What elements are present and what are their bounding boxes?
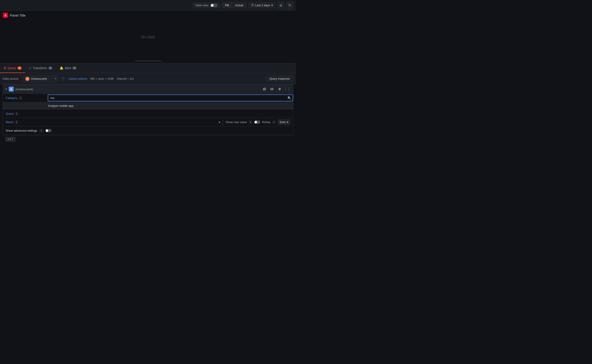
category-info-icon[interactable]: ℹ <box>19 96 22 100</box>
time-range-label: Last 2 days <box>255 4 270 7</box>
metric-info-icon[interactable]: ℹ <box>15 120 18 124</box>
query-tab-label: Query <box>8 66 16 70</box>
more-options-button[interactable]: ⋮⋮ <box>284 86 290 92</box>
metric-label-group: Metric ℹ <box>3 119 48 126</box>
time-range-button[interactable]: ⏱ Last 2 days ▾ <box>248 2 276 8</box>
rollup-section: Show max value ℹ Rollup ℹ 5min ▾ <box>223 119 293 125</box>
svg-rect-2 <box>263 88 265 90</box>
query-options-button[interactable]: › Query options <box>67 77 87 80</box>
tab-query[interactable]: ⊞ Query 1 <box>0 63 25 73</box>
fill-button[interactable]: Fill <box>222 2 232 8</box>
show-max-toggle[interactable] <box>254 120 260 124</box>
metric-chevron-icon: ▾ <box>219 120 222 124</box>
transform-tab-badge: 0 <box>48 66 53 70</box>
md-meta: MD = auto = 1296 <box>90 77 113 80</box>
alert-tab-icon: 🔔 <box>60 66 63 70</box>
rollup-select[interactable]: 5min ▾ <box>278 119 290 125</box>
version-badge: 3.3.7 <box>5 137 15 142</box>
datasource-row: Data source Instana-pink ▾ ? › Query opt… <box>0 73 296 84</box>
refresh-button[interactable]: ↻ <box>286 2 293 9</box>
datasource-name: Instana-pink <box>31 77 53 80</box>
category-input[interactable] <box>48 94 293 101</box>
zoom-out-icon: ⊖ <box>279 3 282 7</box>
query-letter: A <box>9 87 14 91</box>
table-view-toggle[interactable] <box>210 4 218 7</box>
category-label: Category <box>6 96 18 100</box>
clock-icon: ⏱ <box>251 4 254 7</box>
rollup-info-icon[interactable]: ℹ <box>272 120 276 124</box>
metric-field-label: Metric <box>6 120 13 124</box>
metric-select-wrapper[interactable]: - ▾ <box>48 119 223 126</box>
delete-button[interactable] <box>277 86 283 92</box>
table-view-group: Table view <box>193 2 220 8</box>
panel-area: ⚠ Panel Title No data <box>0 11 296 63</box>
svg-point-1 <box>27 78 28 79</box>
search-icon: 🔍 <box>287 96 291 100</box>
rollup-chevron-icon: ▾ <box>287 120 288 124</box>
more-options-icon: ⋮⋮ <box>284 87 291 91</box>
query-label-group: Query ℹ <box>3 110 48 117</box>
datasource-label: Data source <box>3 77 21 80</box>
fill-actual-group: Fill Actual <box>222 2 247 8</box>
suggestion-item-analyze-mobile[interactable]: Analyze mobile app <box>3 102 293 109</box>
tab-transform[interactable]: ⤢ Transform 0 <box>25 63 56 73</box>
query-datasource-label: (Instana-pink) <box>15 88 33 91</box>
metric-row: Metric ℹ - ▾ Show max value ℹ Rollup ℹ 5… <box>3 118 293 126</box>
alert-tab-label: Alert <box>65 66 71 70</box>
query-fields: Category ℹ 🔍 Analyze mobile app Query ℹ <box>3 94 293 135</box>
query-block-header: ▾ A (Instana-pink) ⋮⋮ <box>3 84 293 94</box>
transform-tab-icon: ⤢ <box>29 66 31 70</box>
category-label-group: Category ℹ <box>3 94 48 102</box>
query-options-label: Query options <box>69 77 87 80</box>
advanced-label: Show advanced settings <box>6 129 37 132</box>
datasource-chevron-icon: ▾ <box>55 78 56 80</box>
category-input-wrapper: 🔍 <box>48 94 293 101</box>
rollup-value: 5min <box>280 120 286 124</box>
toggle-small-knob <box>254 121 257 123</box>
transform-tab-label: Transform <box>33 66 47 70</box>
alert-icon: ⚠ <box>3 13 8 18</box>
refresh-icon: ↻ <box>288 3 291 7</box>
duplicate-button[interactable] <box>261 86 267 92</box>
no-data-message: No data <box>141 35 155 39</box>
query-actions: ⋮⋮ <box>261 86 290 92</box>
panel-title: Panel Title <box>10 13 26 17</box>
datasource-select[interactable]: Instana-pink ▾ <box>23 75 59 82</box>
advanced-toggle[interactable] <box>45 129 52 132</box>
scroll-indicator <box>135 60 162 61</box>
tab-alert[interactable]: 🔔 Alert 0 <box>56 63 80 73</box>
advanced-info-icon[interactable]: ℹ <box>40 129 43 132</box>
category-row: Category ℹ 🔍 <box>3 94 293 102</box>
datasource-help-icon[interactable]: ? <box>61 77 65 81</box>
top-toolbar: Table view Fill Actual ⏱ Last 2 days ▾ ⊖… <box>0 0 296 11</box>
toggle-knob <box>211 4 213 7</box>
alert-tab-badge: 0 <box>72 66 76 70</box>
query-tab-icon: ⊞ <box>4 66 6 70</box>
collapse-button[interactable]: ▾ <box>6 88 7 91</box>
query-info-icon[interactable]: ℹ <box>15 112 18 116</box>
rollup-label: Rollup <box>262 120 270 124</box>
query-field-label: Query <box>6 112 13 115</box>
zoom-out-button[interactable]: ⊖ <box>277 2 284 9</box>
show-max-info-icon[interactable]: ℹ <box>249 120 252 124</box>
panel-header: ⚠ Panel Title <box>0 11 296 20</box>
actual-button[interactable]: Actual <box>232 2 246 8</box>
query-inspector-button[interactable]: Query inspector <box>266 75 293 82</box>
query-options-chevron-icon: › <box>67 77 68 80</box>
chevron-down-icon: ▾ <box>271 4 273 7</box>
query-tabs: ⊞ Query 1 ⤢ Transform 0 🔔 Alert 0 <box>0 63 296 73</box>
query-tab-badge: 1 <box>18 66 21 70</box>
svg-rect-3 <box>264 88 266 90</box>
metric-select-value: - <box>48 119 219 126</box>
hide-button[interactable] <box>269 86 275 92</box>
advanced-toggle-knob <box>46 129 48 132</box>
show-max-label: Show max value <box>226 120 247 124</box>
datasource-icon <box>25 77 29 81</box>
table-view-label: Table view <box>195 4 209 7</box>
advanced-settings-row: Show advanced settings ℹ <box>3 126 293 135</box>
query-row: Query ℹ <box>3 110 293 118</box>
suggestion-dropdown: Analyze mobile app <box>3 102 293 110</box>
interval-meta: Interval = 2m <box>117 77 134 80</box>
query-block-container: ▾ A (Instana-pink) ⋮⋮ <box>0 84 296 143</box>
